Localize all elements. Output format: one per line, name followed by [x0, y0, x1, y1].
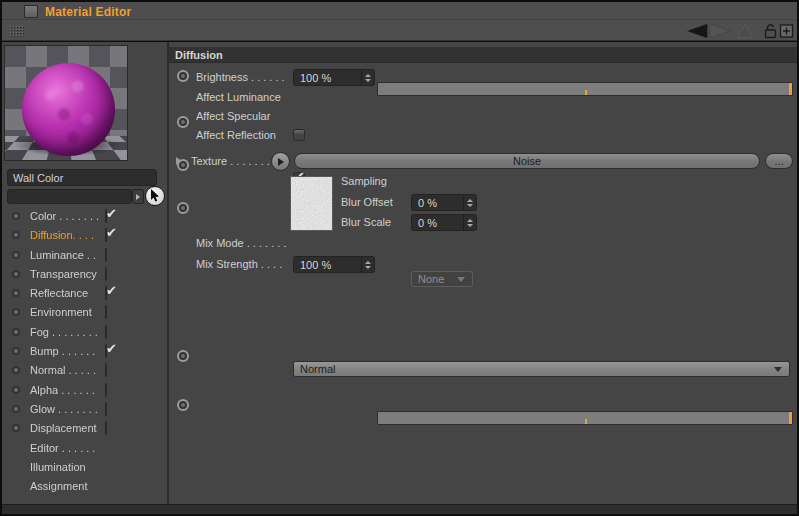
channel-row[interactable]: Transparency — [2, 265, 167, 284]
material-editor-window: Material Editor — [0, 0, 799, 516]
channel-row[interactable]: Assignment — [2, 477, 167, 496]
anim-dot-affect-reflection[interactable] — [177, 202, 189, 214]
channel-label[interactable]: Reflectance — [30, 287, 88, 299]
toolbar — [2, 19, 797, 41]
channel-checkbox[interactable] — [105, 383, 107, 397]
pick-object-button[interactable] — [145, 186, 165, 206]
channel-list: Color . . . . . . .Diffusion. . . .Lumin… — [2, 207, 167, 496]
channel-row[interactable]: Illumination — [2, 458, 167, 477]
reference-input[interactable] — [7, 189, 132, 204]
slider-tick — [585, 90, 587, 95]
channel-checkbox[interactable] — [105, 305, 107, 319]
channel-checkbox[interactable] — [105, 209, 107, 223]
blur-scale-value: 0 % — [412, 217, 463, 229]
channel-checkbox[interactable] — [105, 344, 107, 358]
reference-menu-button[interactable] — [132, 189, 144, 204]
stepper-arrows-icon[interactable] — [463, 215, 476, 230]
slider-tick — [585, 419, 587, 424]
blur-offset-value: 0 % — [412, 197, 463, 209]
brightness-slider[interactable] — [377, 82, 793, 96]
anim-dot-mix-mode[interactable] — [177, 350, 189, 362]
mix-mode-dropdown[interactable]: Normal — [293, 361, 790, 377]
channel-checkbox[interactable] — [105, 363, 107, 377]
sidebar: Wall Color Color . . . . . . .Diffusion.… — [2, 42, 167, 504]
channel-row[interactable]: Luminance . . — [2, 246, 167, 265]
channel-row[interactable]: Editor . . . . . . — [2, 439, 167, 458]
texture-shader-button[interactable]: Noise — [294, 153, 760, 169]
back-arrow-icon[interactable] — [686, 23, 709, 39]
channel-row[interactable]: Diffusion. . . . — [2, 226, 167, 245]
disclosure-triangle-icon[interactable] — [176, 157, 182, 165]
sampling-label: Sampling — [341, 175, 387, 187]
channel-checkbox[interactable] — [105, 228, 107, 242]
window-menu-button[interactable] — [24, 5, 38, 18]
channel-label[interactable]: Alpha . . . . . . — [30, 384, 95, 396]
brightness-spinner[interactable]: 100 % — [293, 69, 375, 86]
channel-label[interactable]: Editor . . . . . . — [30, 442, 95, 454]
right-triangle-icon — [136, 194, 140, 200]
channel-label[interactable]: Assignment — [30, 480, 87, 492]
brightness-label: Brightness . . . . . . — [196, 71, 285, 83]
section-header: Diffusion — [169, 47, 797, 63]
channel-label[interactable]: Illumination — [30, 461, 86, 473]
channel-row[interactable]: Fog . . . . . . . . — [2, 323, 167, 342]
channel-label[interactable]: Glow . . . . . . . — [30, 403, 98, 415]
stepper-arrows-icon[interactable] — [361, 257, 374, 272]
channel-label[interactable]: Fog . . . . . . . . — [30, 326, 98, 338]
stepper-arrows-icon[interactable] — [463, 195, 476, 210]
cursor-icon — [149, 189, 161, 203]
add-icon[interactable] — [779, 23, 794, 39]
window-resize-strip[interactable] — [2, 504, 797, 514]
texture-browse-button[interactable]: ... — [765, 153, 793, 169]
channel-label[interactable]: Diffusion. . . . — [30, 229, 94, 241]
channel-label[interactable]: Environment — [30, 306, 92, 318]
channel-row[interactable]: Normal . . . . . — [2, 361, 167, 380]
channel-checkbox[interactable] — [105, 325, 107, 339]
blur-scale-label: Blur Scale — [341, 216, 391, 228]
brightness-value: 100 % — [294, 72, 361, 84]
channel-row[interactable]: Environment — [2, 303, 167, 322]
anim-dot-brightness[interactable] — [177, 70, 189, 82]
blur-offset-spinner[interactable]: 0 % — [411, 194, 477, 211]
channel-row[interactable]: Color . . . . . . . — [2, 207, 167, 226]
blur-scale-spinner[interactable]: 0 % — [411, 214, 477, 231]
channel-row[interactable]: Alpha . . . . . . — [2, 381, 167, 400]
chevron-down-icon — [457, 277, 465, 282]
channel-label[interactable]: Displacement — [30, 422, 97, 434]
title-bar: Material Editor — [2, 2, 797, 19]
anim-dot-affect-luminance[interactable] — [177, 116, 189, 128]
mix-strength-slider[interactable] — [377, 411, 793, 425]
texture-thumbnail[interactable] — [290, 176, 333, 231]
channel-label[interactable]: Color . . . . . . . — [30, 210, 99, 222]
channel-checkbox[interactable] — [105, 248, 107, 262]
channel-row[interactable]: Reflectance — [2, 284, 167, 303]
channel-checkbox[interactable] — [105, 267, 107, 281]
texture-preview-button[interactable] — [271, 152, 290, 171]
channel-label[interactable]: Bump . . . . . . — [30, 345, 95, 357]
stepper-arrows-icon[interactable] — [361, 70, 374, 85]
mix-strength-value: 100 % — [294, 259, 361, 271]
material-preview[interactable] — [4, 45, 128, 161]
slider-handle[interactable] — [789, 83, 792, 95]
channel-checkbox[interactable] — [105, 286, 107, 300]
channel-checkbox[interactable] — [105, 402, 107, 416]
material-name-input[interactable]: Wall Color — [7, 169, 157, 186]
up-arrow-icon — [736, 23, 754, 39]
window-title: Material Editor — [45, 5, 131, 19]
mix-strength-spinner[interactable]: 100 % — [293, 256, 375, 273]
drag-grip-icon[interactable] — [9, 25, 24, 37]
channel-label[interactable]: Transparency — [30, 268, 97, 280]
sampling-dropdown: None — [411, 271, 473, 287]
texture-label: Texture . . . . . . . . . — [191, 155, 282, 167]
affect-reflection-label: Affect Reflection — [196, 129, 276, 141]
channel-label[interactable]: Normal . . . . . — [30, 364, 96, 376]
anim-dot-mix-strength[interactable] — [177, 399, 189, 411]
channel-row[interactable]: Displacement — [2, 419, 167, 438]
slider-handle[interactable] — [789, 412, 792, 424]
channel-row[interactable]: Bump . . . . . . — [2, 342, 167, 361]
channel-checkbox[interactable] — [105, 421, 107, 435]
channel-label[interactable]: Luminance . . — [30, 249, 96, 261]
lock-icon[interactable] — [764, 23, 777, 39]
affect-luminance-checkbox[interactable] — [293, 129, 305, 141]
channel-row[interactable]: Glow . . . . . . . — [2, 400, 167, 419]
